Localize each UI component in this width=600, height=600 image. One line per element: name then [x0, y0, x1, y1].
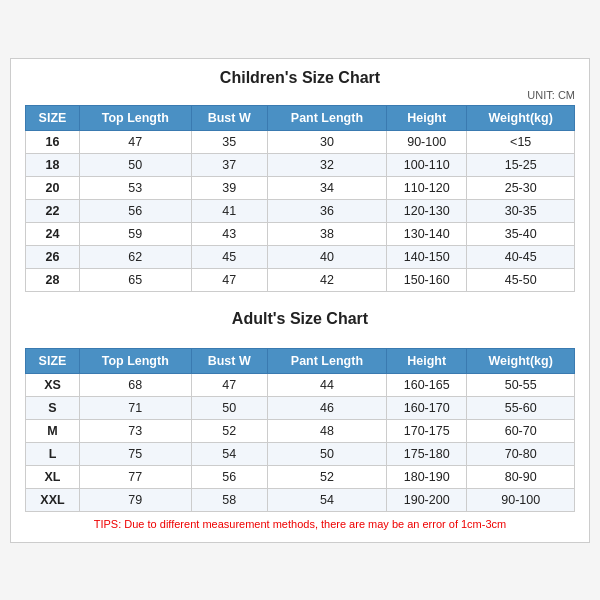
children-cell: 50 [79, 153, 191, 176]
children-cell: 45 [191, 245, 267, 268]
adults-cell: 48 [267, 419, 386, 442]
children-cell: 150-160 [386, 268, 466, 291]
adults-cell: XXL [26, 488, 80, 511]
col-top-length-adult: Top Length [79, 348, 191, 373]
adults-cell: 47 [191, 373, 267, 396]
col-height: Height [386, 105, 466, 130]
adults-cell: 44 [267, 373, 386, 396]
col-weight: Weight(kg) [467, 105, 575, 130]
children-cell: 120-130 [386, 199, 466, 222]
adults-cell: 180-190 [386, 465, 466, 488]
children-cell: 28 [26, 268, 80, 291]
adults-cell: 52 [191, 419, 267, 442]
children-cell: 40-45 [467, 245, 575, 268]
adults-cell: 75 [79, 442, 191, 465]
children-cell: 20 [26, 176, 80, 199]
adults-cell: 190-200 [386, 488, 466, 511]
col-top-length: Top Length [79, 105, 191, 130]
children-cell: 32 [267, 153, 386, 176]
children-cell: 59 [79, 222, 191, 245]
col-pant-length: Pant Length [267, 105, 386, 130]
adults-cell: 170-175 [386, 419, 466, 442]
children-cell: 22 [26, 199, 80, 222]
children-cell: 90-100 [386, 130, 466, 153]
adults-table-row: XS684744160-16550-55 [26, 373, 575, 396]
children-cell: 65 [79, 268, 191, 291]
children-cell: 47 [191, 268, 267, 291]
unit-label: UNIT: CM [25, 89, 575, 101]
children-cell: 39 [191, 176, 267, 199]
children-table-row: 1647353090-100<15 [26, 130, 575, 153]
children-cell: 30 [267, 130, 386, 153]
children-cell: 24 [26, 222, 80, 245]
children-table-row: 28654742150-16045-50 [26, 268, 575, 291]
children-header-row: SIZE Top Length Bust W Pant Length Heigh… [26, 105, 575, 130]
children-cell: 53 [79, 176, 191, 199]
children-cell: 35-40 [467, 222, 575, 245]
children-cell: 25-30 [467, 176, 575, 199]
adults-cell: 54 [191, 442, 267, 465]
adults-cell: 50 [191, 396, 267, 419]
children-cell: 41 [191, 199, 267, 222]
children-cell: 100-110 [386, 153, 466, 176]
adults-cell: L [26, 442, 80, 465]
children-cell: 36 [267, 199, 386, 222]
col-bust-w: Bust W [191, 105, 267, 130]
col-bust-w-adult: Bust W [191, 348, 267, 373]
adults-cell: 71 [79, 396, 191, 419]
adults-cell: 55-60 [467, 396, 575, 419]
children-cell: 16 [26, 130, 80, 153]
children-title: Children's Size Chart [25, 69, 575, 87]
adults-cell: 70-80 [467, 442, 575, 465]
children-cell: 42 [267, 268, 386, 291]
children-cell: 62 [79, 245, 191, 268]
size-chart-container: Children's Size Chart UNIT: CM SIZE Top … [10, 58, 590, 543]
adults-size-table: SIZE Top Length Bust W Pant Length Heigh… [25, 348, 575, 512]
children-cell: 110-120 [386, 176, 466, 199]
children-cell: 40 [267, 245, 386, 268]
adults-table-row: L755450175-18070-80 [26, 442, 575, 465]
adults-cell: 54 [267, 488, 386, 511]
adults-cell: 60-70 [467, 419, 575, 442]
children-cell: 45-50 [467, 268, 575, 291]
children-cell: 56 [79, 199, 191, 222]
children-table-row: 20533934110-12025-30 [26, 176, 575, 199]
children-cell: <15 [467, 130, 575, 153]
adults-cell: 80-90 [467, 465, 575, 488]
children-cell: 47 [79, 130, 191, 153]
adults-cell: 52 [267, 465, 386, 488]
adults-cell: XL [26, 465, 80, 488]
children-cell: 18 [26, 153, 80, 176]
adults-cell: 79 [79, 488, 191, 511]
adults-cell: S [26, 396, 80, 419]
col-size: SIZE [26, 105, 80, 130]
children-size-table: SIZE Top Length Bust W Pant Length Heigh… [25, 105, 575, 292]
adults-table-row: S715046160-17055-60 [26, 396, 575, 419]
children-cell: 140-150 [386, 245, 466, 268]
adults-cell: 160-170 [386, 396, 466, 419]
adults-title: Adult's Size Chart [25, 310, 575, 328]
adults-header-row: SIZE Top Length Bust W Pant Length Heigh… [26, 348, 575, 373]
children-cell: 35 [191, 130, 267, 153]
adults-cell: XS [26, 373, 80, 396]
adults-cell: M [26, 419, 80, 442]
col-weight-adult: Weight(kg) [467, 348, 575, 373]
children-cell: 15-25 [467, 153, 575, 176]
adults-cell: 175-180 [386, 442, 466, 465]
adults-cell: 50-55 [467, 373, 575, 396]
adults-table-row: M735248170-17560-70 [26, 419, 575, 442]
children-cell: 130-140 [386, 222, 466, 245]
adults-cell: 73 [79, 419, 191, 442]
adults-cell: 50 [267, 442, 386, 465]
adults-table-row: XXL795854190-20090-100 [26, 488, 575, 511]
children-table-row: 18503732100-11015-25 [26, 153, 575, 176]
col-height-adult: Height [386, 348, 466, 373]
adults-cell: 46 [267, 396, 386, 419]
adults-cell: 160-165 [386, 373, 466, 396]
adults-cell: 77 [79, 465, 191, 488]
col-pant-length-adult: Pant Length [267, 348, 386, 373]
children-cell: 26 [26, 245, 80, 268]
adults-cell: 90-100 [467, 488, 575, 511]
children-cell: 37 [191, 153, 267, 176]
children-table-row: 26624540140-15040-45 [26, 245, 575, 268]
